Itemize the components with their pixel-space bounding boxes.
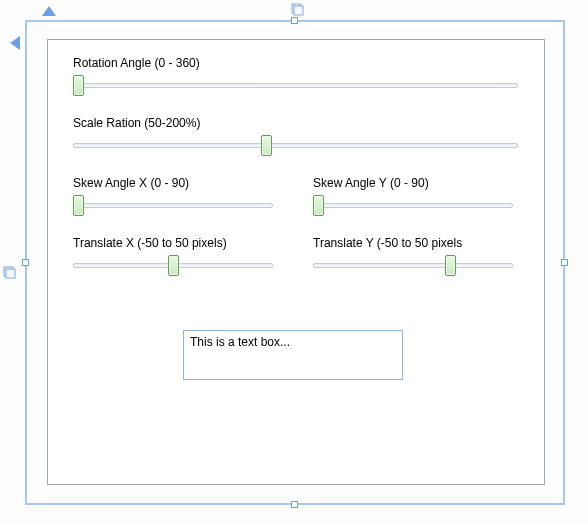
rotation-label: Rotation Angle (0 - 360) [73,56,200,70]
skew-y-slider[interactable] [313,196,513,216]
move-glyph-left-icon [2,265,16,279]
scale-slider[interactable] [73,136,518,156]
resize-arrow-left-icon[interactable] [10,36,20,50]
translate-x-slider[interactable] [73,256,273,276]
rotation-slider[interactable] [73,76,518,96]
scale-thumb[interactable] [261,135,272,156]
selection-handle-left[interactable] [22,259,29,266]
translate-y-thumb[interactable] [445,255,456,276]
selection-handle-right[interactable] [561,259,568,266]
transform-panel: Rotation Angle (0 - 360) Scale Ration (5… [47,39,545,485]
skew-x-thumb[interactable] [73,195,84,216]
selection-handle-top[interactable] [291,17,298,24]
skew-x-slider[interactable] [73,196,273,216]
translate-y-slider[interactable] [313,256,513,276]
selection-handle-bottom[interactable] [291,501,298,508]
translate-x-thumb[interactable] [168,255,179,276]
svg-rect-3 [6,269,15,278]
translate-y-label: Translate Y (-50 to 50 pixels [313,236,462,250]
skew-y-label: Skew Angle Y (0 - 90) [313,176,429,190]
move-glyph-top-icon [290,2,304,16]
sample-textbox[interactable]: This is a text box... [183,330,403,380]
translate-x-label: Translate X (-50 to 50 pixels) [73,236,227,250]
scale-label: Scale Ration (50-200%) [73,116,200,130]
rotation-thumb[interactable] [73,75,84,96]
resize-arrow-up-icon[interactable] [42,6,56,16]
skew-x-label: Skew Angle X (0 - 90) [73,176,189,190]
svg-rect-1 [294,6,303,15]
skew-y-thumb[interactable] [313,195,324,216]
